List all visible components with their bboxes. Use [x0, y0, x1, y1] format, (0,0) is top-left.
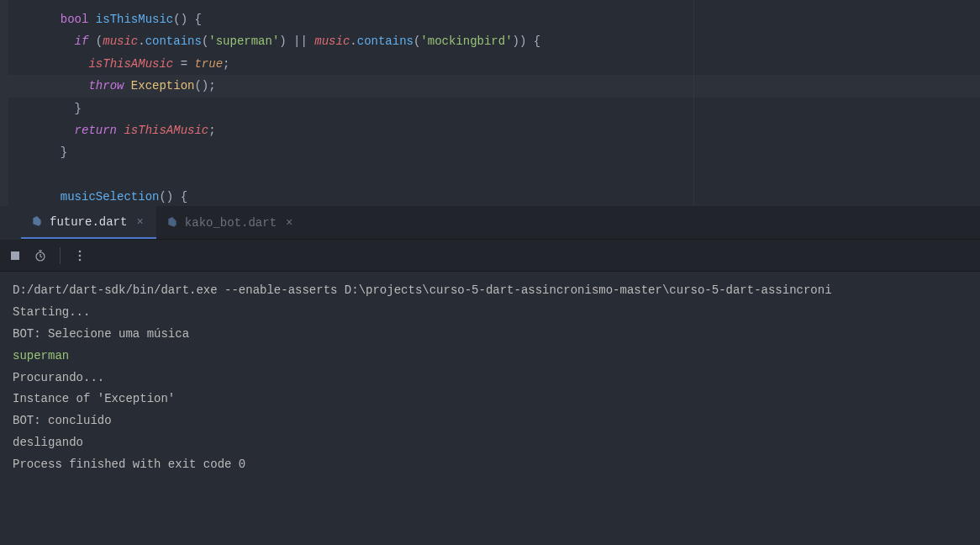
- console-line: BOT: concluído: [13, 410, 967, 432]
- code-editor[interactable]: bool isThisMusic() { if (music.contains(…: [0, 0, 980, 206]
- console-command: D:/dart/dart-sdk/bin/dart.exe --enable-a…: [13, 280, 967, 302]
- code-line[interactable]: return isThisAMusic;: [0, 119, 980, 141]
- code-line[interactable]: isThisAMusic = true;: [0, 53, 980, 75]
- timer-icon[interactable]: [29, 245, 51, 267]
- tab-label: kako_bot.dart: [185, 216, 277, 230]
- console-line: Instance of 'Exception': [13, 389, 967, 410]
- code-line[interactable]: }: [0, 98, 980, 119]
- code-line[interactable]: musicSelection() {: [0, 186, 980, 206]
- svg-point-4: [79, 258, 82, 261]
- code-line[interactable]: bool isThisMusic() {: [0, 8, 980, 30]
- svg-point-2: [79, 250, 82, 252]
- console-line: Starting...: [13, 302, 967, 324]
- console-user-input: superman: [13, 346, 967, 368]
- tab-label: future.dart: [50, 215, 127, 229]
- toolbar-separator: [60, 247, 61, 264]
- stop-button[interactable]: [4, 245, 26, 267]
- more-options-icon[interactable]: [69, 245, 91, 267]
- svg-rect-0: [11, 251, 19, 260]
- console-exit-code: Process finished with exit code 0: [13, 454, 967, 476]
- console-toolbar: [0, 240, 980, 272]
- editor-gutter: [0, 0, 8, 206]
- tab-future-dart[interactable]: future.dart ×: [21, 206, 156, 239]
- svg-point-3: [79, 254, 82, 257]
- console-line: desligando: [13, 432, 967, 454]
- margin-guide: [693, 0, 694, 206]
- console-line: Procurando...: [13, 368, 967, 389]
- dart-file-icon: [166, 217, 178, 229]
- close-icon[interactable]: ×: [283, 216, 295, 230]
- code-line-current[interactable]: throw Exception();: [0, 75, 980, 97]
- code-line[interactable]: }: [0, 141, 980, 163]
- code-line[interactable]: [0, 164, 980, 186]
- console-output[interactable]: D:/dart/dart-sdk/bin/dart.exe --enable-a…: [0, 272, 980, 545]
- terminal-tab-bar: future.dart × kako_bot.dart ×: [21, 206, 980, 240]
- code-line[interactable]: if (music.contains('superman') || music.…: [0, 30, 980, 52]
- close-icon[interactable]: ×: [134, 215, 145, 229]
- dart-file-icon: [31, 216, 43, 228]
- tab-kako-bot-dart[interactable]: kako_bot.dart ×: [156, 206, 306, 239]
- console-line: BOT: Selecione uma música: [13, 324, 967, 346]
